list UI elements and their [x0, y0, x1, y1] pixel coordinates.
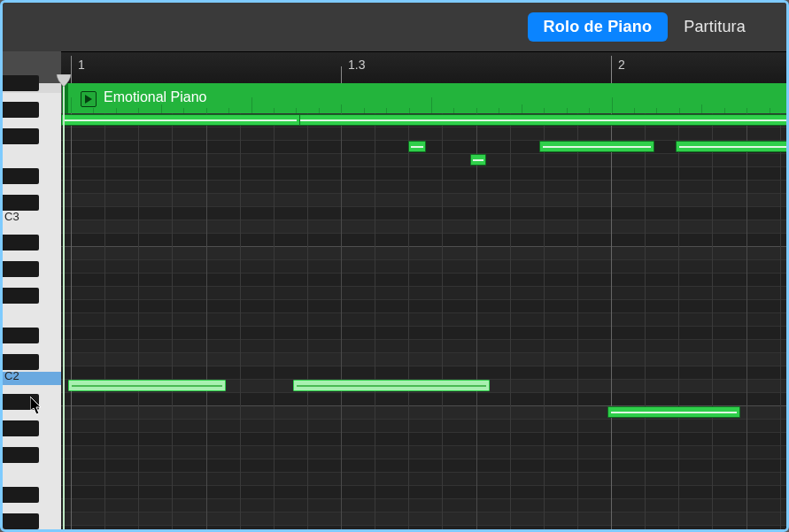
white-key[interactable]: C3 — [3, 212, 61, 227]
ruler-marker-2: 2 — [618, 58, 625, 72]
white-key[interactable] — [3, 146, 61, 160]
black-key[interactable] — [3, 328, 39, 343]
midi-note[interactable] — [68, 380, 226, 391]
ruler-marker-1-3: 1.3 — [348, 58, 365, 72]
black-key[interactable] — [3, 261, 39, 277]
white-key[interactable]: C2 — [3, 372, 61, 386]
white-key[interactable] — [3, 305, 61, 320]
key-label-C3: C3 — [4, 210, 19, 223]
view-toolbar: Rolo de Piano Partitura — [3, 3, 786, 51]
white-key[interactable] — [3, 465, 61, 479]
black-key[interactable] — [3, 288, 39, 304]
playhead-line — [63, 83, 65, 529]
black-key[interactable] — [3, 195, 39, 211]
key-label-C2: C2 — [4, 369, 19, 382]
black-key[interactable] — [3, 235, 39, 251]
ruler-marker-1: 1 — [78, 58, 85, 72]
view-tab-segment: Rolo de Piano Partitura — [528, 12, 762, 42]
black-key[interactable] — [3, 513, 39, 529]
note-grid[interactable] — [61, 113, 786, 529]
playhead-handle[interactable] — [55, 74, 73, 87]
time-ruler[interactable]: 1 1.3 2 — [61, 51, 786, 85]
tab-piano-roll[interactable]: Rolo de Piano — [528, 12, 669, 42]
black-key[interactable] — [3, 168, 39, 184]
midi-note[interactable] — [61, 114, 300, 126]
black-key[interactable] — [3, 128, 39, 144]
midi-note[interactable] — [676, 141, 786, 152]
play-icon — [81, 91, 97, 107]
black-key[interactable] — [3, 447, 39, 463]
black-key[interactable] — [3, 102, 39, 118]
region-name: Emotional Piano — [104, 89, 207, 105]
midi-note[interactable] — [293, 380, 490, 391]
black-key[interactable] — [3, 487, 39, 503]
midi-region-header[interactable]: Emotional Piano — [61, 83, 786, 113]
black-key[interactable] — [3, 354, 39, 370]
midi-note[interactable] — [539, 141, 654, 152]
tab-score[interactable]: Partitura — [668, 12, 762, 42]
midi-note[interactable] — [408, 141, 426, 152]
piano-keyboard[interactable]: C3C2 — [3, 83, 62, 529]
midi-note[interactable] — [607, 406, 740, 418]
midi-note[interactable] — [470, 154, 486, 166]
piano-roll-editor: Rolo de Piano Partitura 1 1.3 2 Emotiona… — [0, 0, 789, 532]
black-key[interactable] — [3, 75, 39, 91]
black-key[interactable] — [3, 420, 39, 436]
cursor-arrow-icon — [30, 397, 45, 419]
